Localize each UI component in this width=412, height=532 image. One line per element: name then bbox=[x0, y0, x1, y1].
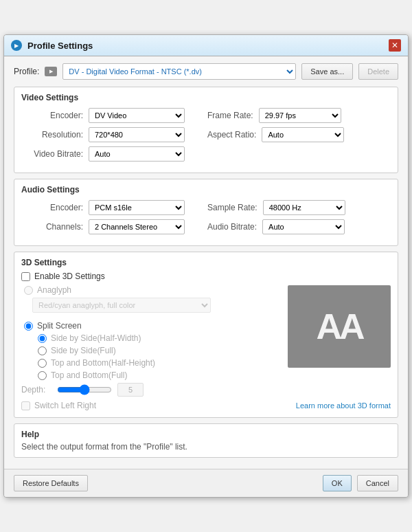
audio-bitrate-label: Audio Bitrate: bbox=[207, 222, 257, 232]
save-as-button[interactable]: Save as... bbox=[301, 63, 353, 80]
audio-bitrate-select[interactable]: Auto bbox=[262, 219, 345, 234]
channels-label: Channels: bbox=[21, 222, 83, 232]
profile-settings-dialog: Profile Settings ✕ Profile: ▶ DV - Digit… bbox=[3, 34, 409, 498]
aspect-ratio-select[interactable]: Auto bbox=[262, 127, 344, 142]
audio-right-col: Sample Rate: 48000 Hz Audio Bitrate: Aut… bbox=[207, 200, 391, 239]
bottom-right-buttons: OK Cancel bbox=[323, 475, 398, 491]
switch-left-right-label: Switch Left Right bbox=[34, 401, 96, 410]
depth-label: Depth: bbox=[21, 385, 52, 395]
switch-row: Switch Left Right Learn more about 3D fo… bbox=[21, 401, 391, 410]
encoder-select[interactable]: DV Video bbox=[89, 108, 185, 123]
3d-preview-text: AA bbox=[316, 306, 362, 347]
audio-settings-rows: Encoder: PCM s16le Channels: 2 Channels … bbox=[21, 200, 391, 239]
close-button[interactable]: ✕ bbox=[389, 39, 401, 52]
frame-rate-select[interactable]: 29.97 fps bbox=[259, 108, 341, 123]
channels-row: Channels: 2 Channels Stereo bbox=[21, 219, 205, 234]
help-title: Help bbox=[21, 430, 391, 439]
top-bottom-half-radio[interactable] bbox=[38, 359, 47, 368]
delete-button[interactable]: Delete bbox=[358, 63, 398, 80]
profile-label: Profile: bbox=[14, 67, 39, 76]
audio-settings-title: Audio Settings bbox=[21, 185, 391, 195]
settings-3d-section: 3D Settings Enable 3D Settings Anaglyph … bbox=[14, 252, 398, 418]
title-bar: Profile Settings ✕ bbox=[4, 35, 408, 56]
help-text: Select the output format from the "Profi… bbox=[21, 442, 391, 452]
top-bottom-full-radio[interactable] bbox=[38, 371, 47, 380]
switch-left-group: Switch Left Right bbox=[21, 401, 96, 410]
video-settings-rows: Encoder: DV Video Resolution: 720*480 Vi… bbox=[21, 108, 391, 166]
restore-defaults-button[interactable]: Restore Defaults bbox=[14, 475, 88, 491]
ok-button[interactable]: OK bbox=[323, 475, 352, 491]
anaglyph-row: Anaglyph bbox=[21, 285, 281, 295]
audio-bitrate-row: Audio Bitrate: Auto bbox=[207, 219, 391, 234]
profile-select[interactable]: DV - Digital Video Format - NTSC (*.dv) bbox=[62, 63, 296, 80]
frame-rate-label: Frame Rate: bbox=[207, 111, 253, 120]
depth-row: Depth: 5 bbox=[21, 383, 281, 397]
video-settings-title: Video Settings bbox=[21, 93, 391, 102]
resolution-row: Resolution: 720*480 bbox=[21, 127, 205, 142]
audio-encoder-row: Encoder: PCM s16le bbox=[21, 200, 205, 215]
top-bottom-full-row: Top and Bottom(Full) bbox=[35, 370, 281, 380]
anaglyph-radio[interactable] bbox=[24, 286, 33, 295]
aspect-ratio-row: Aspect Ratio: Auto bbox=[207, 127, 391, 142]
top-bottom-half-row: Top and Bottom(Half-Height) bbox=[35, 358, 281, 368]
top-bottom-half-label: Top and Bottom(Half-Height) bbox=[51, 358, 155, 368]
side-by-side-full-label: Side by Side(Full) bbox=[51, 346, 116, 355]
anaglyph-label: Anaglyph bbox=[37, 285, 71, 295]
depth-slider[interactable] bbox=[57, 384, 112, 395]
enable-3d-label: Enable 3D Settings bbox=[34, 271, 105, 281]
side-by-side-full-radio[interactable] bbox=[38, 346, 47, 355]
audio-left-col: Encoder: PCM s16le Channels: 2 Channels … bbox=[21, 200, 205, 239]
side-by-side-half-row: Side by Side(Half-Width) bbox=[35, 333, 281, 343]
split-screen-radio[interactable] bbox=[24, 322, 33, 331]
video-bitrate-row: Video Bitrate: Auto bbox=[21, 146, 205, 162]
3d-preview: AA bbox=[288, 285, 391, 368]
video-settings-section: Video Settings Encoder: DV Video Resolut… bbox=[14, 87, 398, 173]
anaglyph-select[interactable]: Red/cyan anaglyph, full color bbox=[32, 298, 211, 313]
aspect-ratio-label: Aspect Ratio: bbox=[207, 130, 256, 140]
profile-icon: ▶ bbox=[45, 67, 57, 76]
channels-select[interactable]: 2 Channels Stereo bbox=[89, 219, 185, 234]
3d-settings-title: 3D Settings bbox=[21, 258, 391, 267]
video-bitrate-select[interactable]: Auto bbox=[89, 146, 185, 162]
encoder-label: Encoder: bbox=[21, 111, 83, 120]
enable-3d-checkbox[interactable] bbox=[21, 272, 30, 281]
side-by-side-full-row: Side by Side(Full) bbox=[35, 346, 281, 355]
audio-encoder-label: Encoder: bbox=[21, 203, 83, 212]
enable-3d-row: Enable 3D Settings bbox=[21, 271, 391, 281]
switch-left-right-checkbox[interactable] bbox=[21, 401, 30, 410]
split-screen-label: Split Screen bbox=[37, 321, 82, 331]
video-right-col: Frame Rate: 29.97 fps Aspect Ratio: Auto bbox=[207, 108, 391, 166]
3d-left-col: Anaglyph Red/cyan anaglyph, full color S… bbox=[21, 285, 281, 397]
dialog-title: Profile Settings bbox=[27, 41, 389, 51]
help-section: Help Select the output format from the "… bbox=[14, 423, 398, 458]
sample-rate-row: Sample Rate: 48000 Hz bbox=[207, 200, 391, 215]
profile-row: Profile: ▶ DV - Digital Video Format - N… bbox=[14, 63, 398, 80]
bottom-bar: Restore Defaults OK Cancel bbox=[4, 469, 408, 497]
top-bottom-full-label: Top and Bottom(Full) bbox=[51, 370, 127, 380]
3d-layout: Anaglyph Red/cyan anaglyph, full color S… bbox=[21, 285, 391, 397]
encoder-row: Encoder: DV Video bbox=[21, 108, 205, 123]
audio-settings-section: Audio Settings Encoder: PCM s16le Channe… bbox=[14, 179, 398, 246]
cancel-button[interactable]: Cancel bbox=[357, 475, 398, 491]
resolution-select[interactable]: 720*480 bbox=[89, 127, 185, 142]
frame-rate-row: Frame Rate: 29.97 fps bbox=[207, 108, 391, 123]
resolution-label: Resolution: bbox=[21, 130, 83, 140]
video-left-col: Encoder: DV Video Resolution: 720*480 Vi… bbox=[21, 108, 205, 166]
app-icon bbox=[11, 40, 22, 51]
depth-value: 5 bbox=[117, 383, 144, 397]
dialog-content: Profile: ▶ DV - Digital Video Format - N… bbox=[4, 56, 408, 469]
audio-encoder-select[interactable]: PCM s16le bbox=[89, 200, 185, 215]
sample-rate-label: Sample Rate: bbox=[207, 203, 258, 212]
video-bitrate-label: Video Bitrate: bbox=[21, 149, 83, 159]
sample-rate-select[interactable]: 48000 Hz bbox=[263, 200, 345, 215]
side-by-side-half-label: Side by Side(Half-Width) bbox=[51, 333, 141, 343]
learn-more-link[interactable]: Learn more about 3D format bbox=[296, 401, 391, 410]
split-screen-row: Split Screen bbox=[21, 321, 281, 331]
side-by-side-half-radio[interactable] bbox=[38, 334, 47, 343]
